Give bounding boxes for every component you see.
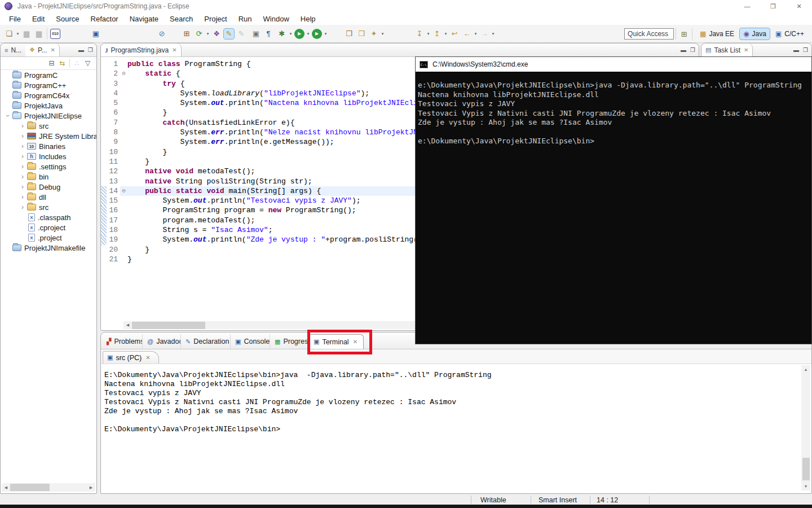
expand-arrow-icon[interactable]: › — [19, 183, 27, 191]
expand-arrow-icon[interactable]: › — [19, 122, 27, 130]
cmd-output[interactable]: e:\Dokumenty\Java\ProjektJNIEclipse\bin>… — [418, 81, 802, 146]
menu-help[interactable]: Help — [295, 15, 321, 23]
tab-problems[interactable]: ▞Problems — [102, 334, 143, 349]
binary-file-icon[interactable]: 010 — [50, 29, 60, 39]
project-tree[interactable]: ProgramCProgramC++ProgramC64xProjektJava… — [1, 70, 96, 468]
expand-arrow-icon[interactable]: › — [19, 132, 27, 140]
save-all-icon[interactable]: ▆ — [34, 29, 44, 39]
close-icon[interactable]: ✕ — [145, 354, 150, 361]
menu-search[interactable]: Search — [164, 15, 198, 23]
tree-item-debug[interactable]: ›Debug — [1, 182, 96, 192]
filters-icon[interactable]: ∴ — [72, 59, 82, 68]
run-icon[interactable]: ▶ — [294, 29, 304, 39]
expand-arrow-icon[interactable]: › — [19, 152, 27, 160]
refresh-icon[interactable]: ⟳ — [194, 29, 204, 39]
tree-item-dll[interactable]: ›dll — [1, 192, 96, 202]
close-icon[interactable]: ✕ — [744, 47, 748, 53]
perspective-java[interactable]: ◉Java — [740, 28, 770, 40]
maximize-view-icon[interactable]: ❒ — [803, 47, 808, 53]
tree-item-includes[interactable]: ›hIncludes — [1, 151, 96, 161]
tab-src-pc[interactable]: ▣ src (PC) ✕ — [103, 351, 159, 364]
tree-item-project[interactable]: X.project — [1, 233, 96, 243]
close-icon[interactable]: ✕ — [50, 47, 55, 53]
expand-arrow-icon[interactable]: › — [19, 142, 27, 150]
minimize-view-icon[interactable]: ▬ — [78, 47, 84, 53]
menu-edit[interactable]: Edit — [27, 15, 50, 23]
forward-icon[interactable]: → — [479, 29, 489, 39]
scrollbar-thumb[interactable] — [132, 322, 205, 329]
tab-programstring-java[interactable]: J ProgramString.java ✕ — [101, 43, 182, 56]
save-icon[interactable]: ▆ — [21, 29, 32, 39]
open-folder-icon[interactable]: ❒ — [356, 29, 367, 39]
jni-header-icon[interactable]: ❖ — [211, 29, 222, 39]
tab-navigator[interactable]: ≡N... — [1, 43, 25, 56]
tree-item-src[interactable]: ›src — [1, 121, 96, 131]
new-wizard-dropdown-icon[interactable]: ▾ — [15, 32, 20, 36]
next-annotation-dropdown-icon[interactable]: ▾ — [426, 32, 431, 36]
coverage-dropdown-icon[interactable]: ▾ — [323, 32, 328, 36]
perspective-javaee[interactable]: ▦Java EE — [696, 28, 738, 40]
tree-item-cproject[interactable]: X.cproject — [1, 222, 96, 233]
show-whitespace-icon[interactable]: ¶ — [263, 29, 273, 39]
remote-system-icon[interactable]: ▣ — [91, 29, 101, 39]
menu-run[interactable]: Run — [233, 15, 258, 23]
tree-item-projektjnieclipse[interactable]: ›ProjektJNIEclipse — [1, 111, 96, 121]
tree-item-programc[interactable]: ProgramC — [1, 70, 96, 80]
new-cpp-project-icon[interactable]: ⊞ — [182, 29, 192, 39]
menu-navigate[interactable]: Navigate — [124, 15, 164, 23]
expand-arrow-icon[interactable]: › — [19, 193, 27, 201]
terminal-vertical-scrollbar[interactable]: ▲ ▼ — [801, 365, 810, 491]
refresh-dropdown-icon[interactable]: ▾ — [205, 32, 210, 36]
highlight-icon[interactable]: ✎ — [224, 29, 234, 39]
debug-dropdown-icon[interactable]: ▾ — [288, 32, 293, 36]
tab-javadoc[interactable]: @Javadoc — [143, 334, 181, 349]
link-with-editor-icon[interactable]: ⇆ — [58, 59, 67, 68]
explorer-horizontal-scrollbar[interactable]: ◀ ▶ — [2, 483, 95, 492]
quick-access-input[interactable] — [624, 28, 674, 40]
close-icon[interactable]: ✕ — [172, 47, 176, 53]
tab-task-list[interactable]: ▤ Task List ✕ — [701, 43, 753, 56]
expand-arrow-icon[interactable]: › — [19, 203, 27, 211]
menu-window[interactable]: Window — [258, 15, 295, 23]
open-perspective-icon[interactable]: ⊞ — [679, 29, 689, 39]
tab-progress[interactable]: ▦Progress — [270, 334, 308, 349]
tree-item-src[interactable]: ›src — [1, 202, 96, 212]
terminal-output[interactable]: E:\Dokumenty\Java\ProjektJNIEclipse\bin>… — [104, 371, 492, 434]
debug-icon[interactable]: ✱ — [277, 29, 287, 39]
fold-collapse-icon[interactable]: ⊖ — [120, 186, 127, 196]
tree-item-programc[interactable]: ProgramC++ — [1, 80, 96, 90]
tab-package-explorer[interactable]: ❖P...✕ — [25, 43, 60, 56]
fold-collapse-icon[interactable]: ⊖ — [120, 69, 127, 78]
minimize-view-icon[interactable]: ▬ — [793, 47, 799, 53]
skip-all-breakpoints-icon[interactable]: ⊘ — [157, 29, 167, 39]
tree-item-bin[interactable]: ›bin — [1, 172, 96, 182]
back-icon[interactable]: ← — [462, 29, 472, 39]
format-icon[interactable]: ✎ — [236, 29, 246, 39]
tree-item-projektjnimakefile[interactable]: ProjektJNImakefile — [1, 243, 96, 253]
expand-arrow-icon[interactable]: › — [4, 112, 12, 120]
expand-arrow-icon[interactable]: › — [19, 163, 27, 170]
run-dropdown-icon[interactable]: ▾ — [306, 32, 311, 36]
search-dropdown-icon[interactable]: ▾ — [380, 32, 385, 36]
scroll-up-icon[interactable]: ▲ — [804, 365, 808, 374]
maximize-view-icon[interactable]: ❒ — [690, 47, 695, 53]
menu-file[interactable]: File — [3, 15, 27, 23]
previous-annotation-icon[interactable]: ↥ — [432, 29, 442, 39]
next-annotation-icon[interactable]: ↧ — [414, 29, 425, 39]
tab-declaration[interactable]: ✎Declaration — [181, 334, 231, 349]
expand-arrow-icon[interactable]: › — [19, 173, 27, 181]
collapse-all-icon[interactable]: ⊟ — [47, 59, 56, 68]
perspective-cc[interactable]: ▣C/C++ — [772, 28, 807, 40]
minimize-view-icon[interactable]: ▬ — [681, 47, 686, 53]
close-button[interactable]: ✕ — [786, 0, 812, 12]
tree-item-settings[interactable]: ›.settings — [1, 161, 96, 172]
menu-project[interactable]: Project — [198, 15, 232, 23]
menu-refactor[interactable]: Refactor — [85, 15, 124, 23]
maximize-restore-button[interactable]: ❐ — [760, 0, 786, 12]
cmd-title-bar[interactable]: C:\ C:\Windows\System32\cmd.exe — [416, 57, 811, 72]
tree-item-jre-system-library[interactable]: ›JRE System Library [ — [1, 131, 96, 141]
open-type-icon[interactable]: ❒ — [344, 29, 354, 39]
scroll-left-icon[interactable]: ◀ — [123, 323, 132, 327]
new-wizard-icon[interactable]: ❏ — [4, 29, 14, 39]
scrollbar-thumb[interactable] — [802, 458, 810, 480]
